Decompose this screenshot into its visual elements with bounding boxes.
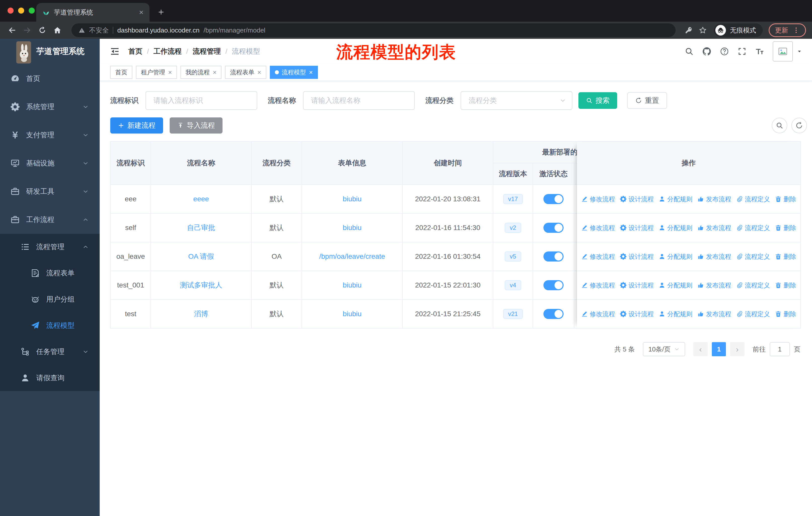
tag-close-icon[interactable]: ×	[257, 69, 261, 76]
action-definition-link[interactable]: 流程定义	[736, 195, 770, 203]
action-publish-link[interactable]: 发布流程	[697, 310, 731, 318]
back-button[interactable]	[6, 24, 18, 36]
search-button[interactable]: 搜索	[578, 92, 617, 109]
breadcrumb-item[interactable]: 首页	[128, 47, 142, 56]
page-number-1[interactable]: 1	[712, 342, 726, 356]
sidebar-item-payment[interactable]: 支付管理	[0, 121, 100, 149]
action-publish-link[interactable]: 发布流程	[697, 252, 731, 261]
sidebar-item-devtools[interactable]: 研发工具	[0, 178, 100, 206]
action-design-link[interactable]: 设计流程	[620, 195, 654, 203]
action-definition-link[interactable]: 流程定义	[736, 281, 770, 290]
tag-close-icon[interactable]: ×	[213, 69, 216, 76]
breadcrumb-item[interactable]: 工作流程	[153, 47, 182, 56]
process-name-link[interactable]: eeee	[193, 195, 209, 203]
sidebar-fold-icon[interactable]	[110, 46, 120, 56]
browser-tab[interactable]: 芋道管理系统 ×	[36, 3, 149, 22]
prev-page-button[interactable]: ‹	[693, 342, 708, 356]
action-definition-link[interactable]: 流程定义	[736, 224, 770, 232]
action-publish-link[interactable]: 发布流程	[697, 281, 731, 290]
avatar-caret-down-icon[interactable]	[797, 49, 802, 54]
action-assign-link[interactable]: 分配规则	[659, 224, 692, 232]
active-toggle[interactable]	[544, 251, 563, 262]
action-assign-link[interactable]: 分配规则	[659, 281, 692, 290]
action-design-link[interactable]: 设计流程	[620, 224, 654, 232]
action-design-link[interactable]: 设计流程	[620, 310, 654, 318]
tag-home[interactable]: 首页	[110, 66, 133, 79]
breadcrumb-item[interactable]: 流程管理	[193, 47, 221, 56]
filter-name-input[interactable]	[303, 91, 415, 110]
form-info-link[interactable]: /bpm/oa/leave/create	[319, 252, 385, 261]
sidebar-item-process-model[interactable]: 流程模型	[0, 313, 100, 338]
tab-close-icon[interactable]: ×	[139, 8, 143, 17]
bookmark-star-button[interactable]	[697, 24, 709, 36]
tag-close-icon[interactable]: ×	[309, 69, 313, 76]
next-page-button[interactable]: ›	[730, 342, 745, 356]
tag-close-icon[interactable]: ×	[168, 69, 172, 76]
active-toggle[interactable]	[544, 223, 563, 233]
refresh-table-button[interactable]	[791, 118, 807, 133]
action-modify-link[interactable]: 修改流程	[581, 281, 615, 290]
reset-button[interactable]: 重置	[627, 92, 667, 109]
sidebar-item-process-form[interactable]: 流程表单	[0, 260, 100, 286]
tag-process-model[interactable]: 流程模型×	[270, 66, 318, 79]
form-info-link[interactable]: biubiu	[343, 281, 362, 289]
tag-my-process[interactable]: 我的流程×	[180, 66, 222, 79]
process-name-link[interactable]: 滔博	[194, 309, 208, 319]
home-button[interactable]	[51, 24, 63, 36]
action-delete-link[interactable]: 删除	[775, 252, 796, 261]
action-modify-link[interactable]: 修改流程	[581, 195, 615, 203]
create-process-button[interactable]: 新建流程	[110, 117, 163, 134]
action-assign-link[interactable]: 分配规则	[659, 310, 692, 318]
reload-button[interactable]	[36, 24, 48, 36]
action-assign-link[interactable]: 分配规则	[659, 252, 692, 261]
action-design-link[interactable]: 设计流程	[620, 252, 654, 261]
action-definition-link[interactable]: 流程定义	[736, 252, 770, 261]
password-key-button[interactable]	[683, 24, 695, 36]
import-process-button[interactable]: 导入流程	[170, 117, 223, 134]
font-size-icon[interactable]	[755, 47, 764, 56]
sidebar-item-leave-query[interactable]: 请假查询	[0, 365, 100, 391]
form-info-link[interactable]: biubiu	[343, 195, 362, 203]
page-size-select[interactable]: 10条/页	[643, 342, 685, 356]
user-avatar[interactable]	[773, 41, 793, 61]
browser-menu-icon[interactable]	[793, 27, 800, 34]
new-tab-button[interactable]	[154, 5, 168, 19]
action-modify-link[interactable]: 修改流程	[581, 224, 615, 232]
sidebar-item-infra[interactable]: 基础设施	[0, 149, 100, 178]
toggle-search-button[interactable]	[772, 118, 787, 133]
logo[interactable]: 芋道管理系统	[0, 39, 100, 64]
forward-button[interactable]	[21, 24, 33, 36]
action-assign-link[interactable]: 分配规则	[659, 195, 692, 203]
header-search-icon[interactable]	[685, 47, 694, 56]
action-definition-link[interactable]: 流程定义	[736, 310, 770, 318]
action-design-link[interactable]: 设计流程	[620, 281, 654, 290]
zoom-window-button[interactable]	[29, 7, 35, 13]
goto-page-input[interactable]	[770, 342, 790, 356]
form-info-link[interactable]: biubiu	[343, 310, 362, 318]
action-delete-link[interactable]: 删除	[775, 195, 796, 203]
fullscreen-icon[interactable]	[737, 47, 747, 56]
process-name-link[interactable]: 测试多审批人	[180, 280, 222, 290]
active-toggle[interactable]	[544, 280, 563, 290]
filter-category-select[interactable]: 流程分类	[461, 91, 572, 110]
action-modify-link[interactable]: 修改流程	[581, 252, 615, 261]
process-name-link[interactable]: OA 请假	[188, 252, 214, 261]
action-delete-link[interactable]: 删除	[775, 224, 796, 232]
action-publish-link[interactable]: 发布流程	[697, 195, 731, 203]
help-icon[interactable]	[720, 47, 729, 56]
sidebar-item-system[interactable]: 系统管理	[0, 93, 100, 121]
active-toggle[interactable]	[544, 194, 563, 204]
github-icon[interactable]	[702, 47, 711, 56]
address-bar[interactable]: 不安全 dashboard.yudao.iocoder.cn/bpm/manag…	[71, 23, 675, 37]
action-delete-link[interactable]: 删除	[775, 310, 796, 318]
action-publish-link[interactable]: 发布流程	[697, 224, 731, 232]
action-delete-link[interactable]: 删除	[775, 281, 796, 290]
tag-process-form[interactable]: 流程表单×	[225, 66, 266, 79]
sidebar-item-user-group[interactable]: 用户分组	[0, 286, 100, 313]
update-button[interactable]: 更新	[769, 23, 806, 37]
minimize-window-button[interactable]	[18, 7, 24, 13]
sidebar-item-home[interactable]: 首页	[0, 64, 100, 93]
process-name-link[interactable]: 自己审批	[187, 223, 215, 233]
close-window-button[interactable]	[7, 7, 13, 13]
sidebar-item-workflow[interactable]: 工作流程	[0, 206, 100, 234]
